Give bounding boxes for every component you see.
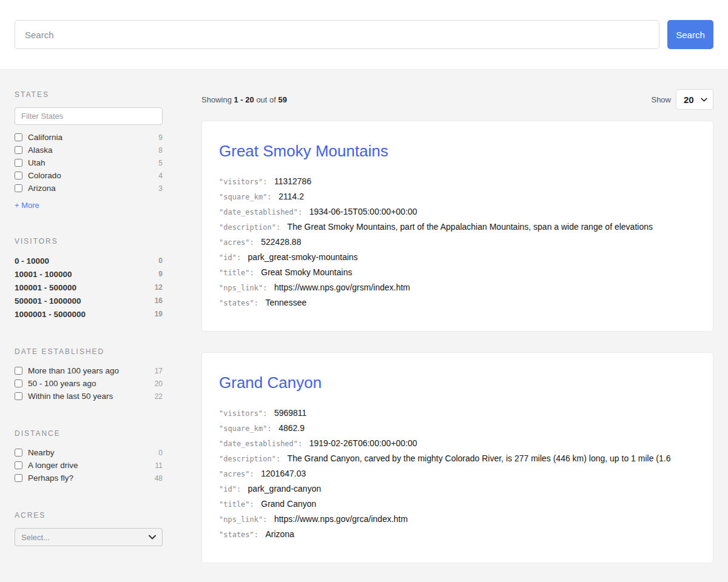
facet-option-nearby[interactable]: Nearby 0 [15,446,163,459]
acres-select[interactable]: Select... [15,528,163,546]
range-label: 0 - 10000 [15,256,153,266]
acres-facet-title: ACRES [15,511,163,520]
page-size-control: Show 20 [651,89,713,110]
filter-states-input[interactable] [15,107,163,125]
distance-facet-title: DISTANCE [15,429,163,438]
field-value: 11312786 [274,176,311,186]
visitors-facet-title: VISITORS [15,237,163,246]
field-key: "acres": [219,238,254,247]
field-value: Arizona [265,529,294,539]
chevron-down-icon [149,535,156,540]
field-key: "date_established": [219,440,302,448]
field-key: "visitors": [219,409,267,418]
facet-option-california[interactable]: California 9 [15,131,163,144]
visitors-range-option[interactable]: 0 - 10000 0 [15,254,163,267]
facet-option-utah[interactable]: Utah 5 [15,156,163,169]
checkbox-longer-drive[interactable] [15,461,22,469]
visitors-range-option[interactable]: 1000001 - 5000000 19 [15,307,163,321]
field-value: park_great-smoky-mountains [248,252,358,262]
result-field: "id": park_great-smoky-mountains [219,250,696,265]
visitors-facet: VISITORS 0 - 10000 0 10001 - 100000 9 10… [15,237,163,321]
field-key: "acres": [219,470,254,478]
result-title-link[interactable]: Great Smoky Mountains [219,142,696,161]
field-key: "square_km": [219,424,272,433]
result-title-link[interactable]: Grand Canyon [219,373,696,392]
checkbox-last-50[interactable] [15,392,22,400]
result-field: "visitors": 11312786 [219,174,696,189]
show-more-states-link[interactable]: + More [15,201,39,210]
facet-count: 17 [155,367,163,375]
field-key: "visitors": [219,178,267,186]
checkbox-nearby[interactable] [15,449,22,457]
facet-option-arizona[interactable]: Arizona 3 [15,182,163,195]
search-input[interactable] [15,20,659,49]
field-value: 1201647.03 [261,469,306,478]
result-field: "square_km": 2114.2 [219,189,696,204]
result-field: "description": The Grand Canyon, carved … [219,451,696,466]
facet-count: 0 [158,449,163,457]
acres-facet: ACRES Select... [15,511,163,546]
field-key: "title": [219,500,254,509]
summary-prefix: Showing [201,95,232,104]
checkbox-perhaps-fly[interactable] [15,474,22,482]
field-value: 5969811 [274,408,306,418]
facet-option-alaska[interactable]: Alaska 8 [15,144,163,156]
result-card: Grand Canyon "visitors": 5969811 "square… [201,352,713,563]
result-field: "states": Tennessee [219,295,696,310]
field-key: "states": [219,530,258,539]
page-size-select[interactable]: 20 [676,89,713,110]
field-value: park_grand-canyon [248,484,322,493]
field-key: "id": [219,253,241,262]
field-value: Tennessee [265,298,306,307]
search-button[interactable]: Search [667,20,713,49]
visitors-range-option[interactable]: 100001 - 500000 12 [15,281,163,294]
facet-count: 8 [158,146,163,155]
checkbox-alaska[interactable] [15,146,22,154]
result-field: "date_established": 1919-02-26T06:00:00+… [219,436,696,451]
visitors-range-option[interactable]: 500001 - 1000000 16 [15,294,163,307]
date-established-facet-title: DATE ESTABLISHED [15,347,163,356]
field-key: "description": [219,223,280,232]
field-value: https://www.nps.gov/grsm/index.htm [274,283,410,292]
show-label: Show [651,95,671,104]
field-value: https://www.nps.gov/grca/index.htm [274,514,408,524]
facet-count: 9 [158,133,163,142]
facet-count: 22 [155,392,163,401]
checkbox-50-100[interactable] [15,380,22,387]
result-field: "square_km": 4862.9 [219,421,696,436]
result-field: "visitors": 5969811 [219,406,696,421]
search-header: Search [0,0,728,70]
acres-select-value: Select... [21,533,149,542]
facet-label: A longer drive [28,461,150,470]
range-label: 10001 - 100000 [15,270,153,279]
field-value: 1919-02-26T06:00:00+00:00 [309,438,417,448]
facet-option-last-50[interactable]: Within the last 50 years 22 [15,390,163,403]
visitors-range-option[interactable]: 10001 - 100000 9 [15,267,163,281]
facet-option-more-than-100[interactable]: More than 100 years ago 17 [15,364,163,377]
results-header: Showing 1 - 20 out of 59 Show 20 [201,89,713,110]
facet-label: Nearby [28,448,153,457]
facet-option-50-100[interactable]: 50 - 100 years ago 20 [15,377,163,390]
checkbox-more-than-100[interactable] [15,367,22,375]
checkbox-colorado[interactable] [15,172,22,179]
facet-count: 48 [155,474,163,483]
checkbox-arizona[interactable] [15,184,22,192]
summary-range: 1 - 20 [234,95,254,104]
range-label: 500001 - 1000000 [15,296,150,306]
facet-option-longer-drive[interactable]: A longer drive 11 [15,459,163,472]
distance-facet: DISTANCE Nearby 0 A longer drive 11 Perh… [15,429,163,484]
filter-sidebar: STATES California 9 Alaska 8 Utah 5 Colo… [0,70,201,573]
facet-option-colorado[interactable]: Colorado 4 [15,169,163,182]
facet-count: 19 [155,310,163,318]
facet-label: California [28,133,153,142]
field-value: 522428.88 [261,237,301,247]
facet-label: More than 100 years ago [28,366,150,375]
checkbox-utah[interactable] [15,159,22,167]
field-value: 1934-06-15T05:00:00+00:00 [309,207,417,216]
checkbox-california[interactable] [15,133,22,141]
facet-label: Colorado [28,171,153,180]
facet-label: Within the last 50 years [28,392,150,401]
summary-middle: out of [256,95,276,104]
facet-count: 11 [155,461,163,470]
facet-option-perhaps-fly[interactable]: Perhaps fly? 48 [15,472,163,484]
